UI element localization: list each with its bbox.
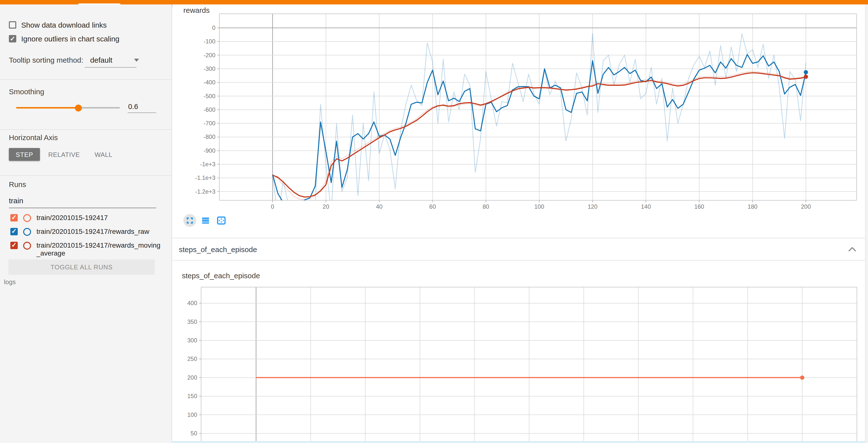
- tensorboard-app: Show data download links ✓ Ignore outlie…: [0, 0, 868, 443]
- svg-text:0: 0: [212, 24, 215, 31]
- svg-text:180: 180: [748, 203, 757, 210]
- svg-text:-1.1e+3: -1.1e+3: [195, 174, 215, 181]
- chart-toolbar: [183, 214, 228, 228]
- svg-text:100: 100: [534, 203, 544, 210]
- run-checkbox[interactable]: ✓: [10, 228, 18, 235]
- horizontal-axis-label: Horizontal Axis: [9, 133, 58, 142]
- settings-sidebar: Show data download links ✓ Ignore outlie…: [0, 4, 172, 443]
- svg-text:200: 200: [801, 203, 811, 210]
- smoothing-slider-fill: [16, 107, 79, 108]
- bottom-edge-strip: [173, 441, 868, 443]
- svg-text:60: 60: [429, 203, 436, 210]
- run-checkbox[interactable]: ✓: [10, 214, 18, 222]
- checkbox-label: Show data download links: [21, 21, 107, 29]
- divider: [0, 129, 172, 130]
- run-radio-icon[interactable]: [23, 214, 31, 222]
- divider: [0, 175, 172, 176]
- runs-filter-input[interactable]: train: [9, 196, 23, 205]
- dropdown-underline: [85, 67, 136, 67]
- svg-text:20: 20: [322, 203, 329, 210]
- axis-wall-button[interactable]: WALL: [93, 148, 114, 161]
- svg-text:-200: -200: [204, 52, 215, 58]
- axis-relative-button[interactable]: RELATIVE: [48, 148, 80, 161]
- smoothing-label: Smoothing: [9, 87, 44, 96]
- scalars-dashboard: rewards 0-100-200-300-400-500-600-700-80…: [173, 4, 868, 443]
- smoothing-value-underline: [128, 113, 156, 113]
- smoothing-value-input[interactable]: 0.6: [128, 102, 138, 111]
- section-header-steps-of-each-episode[interactable]: steps_of_each_episode: [173, 238, 866, 261]
- svg-text:140: 140: [641, 203, 651, 210]
- tooltip-sorting-label: Tooltip sorting method:: [9, 56, 83, 64]
- divider: [0, 80, 172, 80]
- svg-text:-600: -600: [204, 106, 215, 113]
- tooltip-sorting-value[interactable]: default: [90, 56, 113, 64]
- rewards-chart[interactable]: 0-100-200-300-400-500-600-700-800-900-1e…: [173, 4, 866, 216]
- svg-text:-1e+3: -1e+3: [200, 161, 215, 168]
- toggle-all-runs-button[interactable]: TOGGLE ALL RUNS: [8, 260, 155, 275]
- show-download-links-row[interactable]: Show data download links: [9, 21, 107, 29]
- run-label: train/20201015-192417/rewards_moving_ave…: [36, 241, 163, 257]
- svg-text:150: 150: [187, 393, 197, 400]
- vertical-scrollbar[interactable]: [865, 4, 868, 443]
- run-checkbox[interactable]: ✓: [10, 242, 18, 249]
- run-radio-icon[interactable]: [23, 228, 31, 236]
- run-label: train/20201015-192417: [36, 214, 163, 222]
- chevron-down-icon[interactable]: [134, 58, 139, 61]
- svg-text:250: 250: [187, 355, 197, 362]
- app-header-bar: [0, 0, 868, 4]
- ignore-outliers-row[interactable]: ✓ Ignore outliers in chart scaling: [9, 34, 120, 43]
- svg-text:50: 50: [190, 430, 197, 437]
- axis-step-button[interactable]: STEP: [9, 148, 40, 161]
- expand-icon[interactable]: [183, 214, 197, 228]
- svg-text:-1.2e+3: -1.2e+3: [195, 188, 215, 195]
- ignore-outliers-checkbox[interactable]: ✓: [9, 35, 16, 42]
- smoothing-slider-thumb[interactable]: [75, 104, 82, 111]
- svg-text:120: 120: [588, 203, 597, 210]
- svg-text:100: 100: [187, 411, 197, 418]
- checkbox-label: Ignore outliers in chart scaling: [21, 34, 120, 43]
- svg-text:80: 80: [483, 203, 489, 210]
- run-row[interactable]: ✓ train/20201015-192417/rewards_moving_a…: [10, 241, 163, 257]
- fit-domain-icon[interactable]: [214, 214, 228, 228]
- steps-of-each-episode-chart[interactable]: 40035030025020015010050: [173, 266, 866, 443]
- svg-text:-500: -500: [204, 93, 215, 99]
- runs-filter-underline: [9, 208, 156, 208]
- svg-text:0: 0: [271, 203, 274, 210]
- svg-text:350: 350: [187, 319, 197, 325]
- chevron-up-icon[interactable]: [848, 247, 856, 252]
- horizontal-bars-icon[interactable]: [199, 214, 212, 228]
- runs-label: Runs: [9, 180, 26, 188]
- svg-text:-700: -700: [204, 120, 215, 126]
- logs-label: logs: [4, 278, 16, 286]
- svg-text:-100: -100: [204, 38, 215, 45]
- svg-text:40: 40: [376, 203, 382, 210]
- run-row[interactable]: ✓ train/20201015-192417: [10, 214, 163, 222]
- svg-text:-400: -400: [204, 79, 215, 86]
- svg-text:-800: -800: [204, 134, 215, 140]
- svg-text:-900: -900: [204, 147, 215, 154]
- run-row[interactable]: ✓ train/20201015-192417/rewards_raw: [10, 228, 163, 236]
- svg-text:160: 160: [694, 203, 704, 210]
- show-download-links-checkbox[interactable]: [9, 21, 16, 29]
- svg-text:300: 300: [187, 337, 197, 344]
- run-label: train/20201015-192417/rewards_raw: [36, 228, 163, 235]
- run-radio-icon[interactable]: [23, 242, 31, 249]
- svg-text:200: 200: [187, 374, 197, 381]
- svg-text:400: 400: [187, 300, 197, 306]
- section-title: steps_of_each_episode: [179, 245, 257, 254]
- svg-text:-300: -300: [204, 65, 215, 72]
